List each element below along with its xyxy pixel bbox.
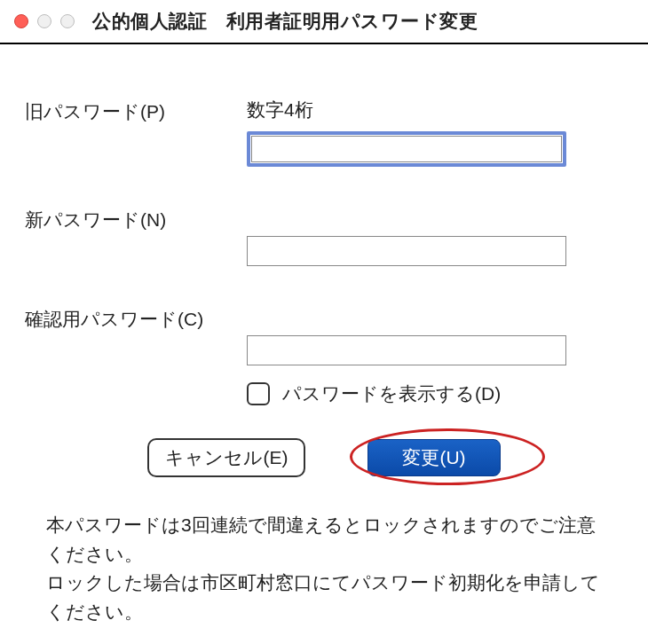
- window-title: 公的個人認証 利用者証明用パスワード変更: [92, 9, 478, 34]
- zoom-icon: [60, 14, 75, 28]
- notice-text: 本パスワードは3回連続で間違えるとロックされますのでご注意ください。 ロックした…: [25, 511, 623, 626]
- button-row: キャンセル(E) 変更(U): [25, 438, 623, 477]
- old-password-hint: 数字4桁: [247, 98, 623, 122]
- new-password-row: 新パスワード(N): [25, 206, 623, 266]
- old-password-row: 旧パスワード(P) 数字4桁: [25, 98, 623, 167]
- old-password-label: 旧パスワード(P): [25, 98, 247, 124]
- confirm-password-row: 確認用パスワード(C): [25, 305, 623, 365]
- traffic-lights: [14, 14, 75, 28]
- old-password-input[interactable]: [251, 136, 562, 162]
- confirm-password-label: 確認用パスワード(C): [25, 305, 247, 332]
- minimize-icon: [37, 14, 51, 28]
- show-password-row: パスワードを表示する(D): [247, 381, 623, 406]
- change-button[interactable]: 変更(U): [367, 439, 500, 476]
- notice-line-2: ロックした場合は市区町村窓口にてパスワード初期化を申請してください。: [46, 569, 602, 626]
- old-password-input-wrap: [247, 131, 566, 167]
- show-password-label: パスワードを表示する(D): [282, 381, 501, 406]
- titlebar: 公的個人認証 利用者証明用パスワード変更: [0, 0, 648, 44]
- confirm-password-input[interactable]: [247, 335, 566, 365]
- notice-line-1: 本パスワードは3回連続で間違えるとロックされますのでご注意ください。: [46, 511, 602, 569]
- new-password-label: 新パスワード(N): [25, 206, 247, 232]
- cancel-button[interactable]: キャンセル(E): [147, 438, 305, 477]
- close-icon[interactable]: [14, 14, 28, 28]
- change-button-wrap: 変更(U): [367, 439, 500, 476]
- show-password-checkbox[interactable]: [247, 382, 270, 405]
- content-area: 旧パスワード(P) 数字4桁 新パスワード(N) 確認用パスワード(C) パスワ…: [0, 44, 648, 626]
- new-password-input[interactable]: [247, 236, 566, 266]
